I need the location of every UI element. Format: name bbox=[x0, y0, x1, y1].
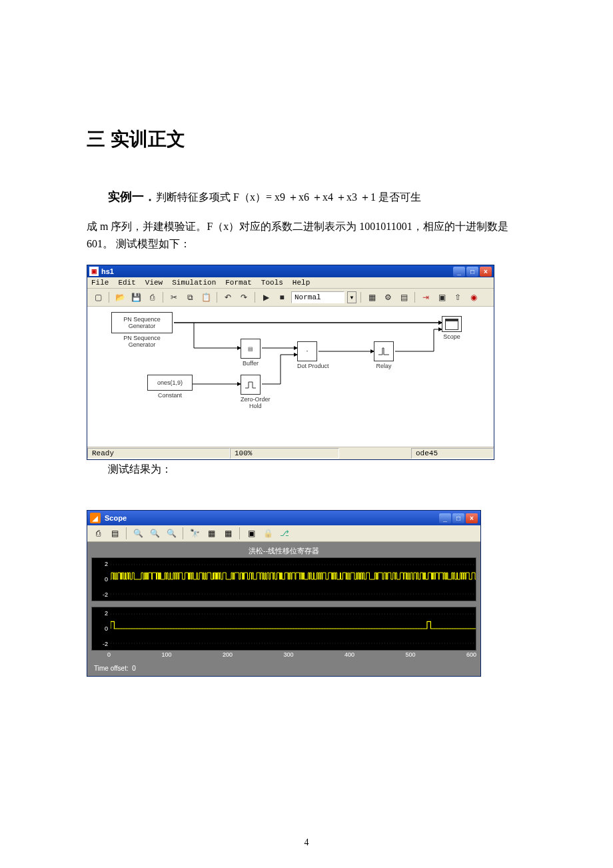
y-label: -2 bbox=[92, 591, 108, 598]
window-title: hs1 bbox=[101, 267, 453, 275]
build-icon[interactable]: ⇥ bbox=[419, 291, 432, 304]
autoscale-icon[interactable]: 🔭 bbox=[187, 526, 202, 541]
menu-file[interactable]: File bbox=[91, 279, 109, 287]
simulation-mode[interactable]: Normal bbox=[291, 291, 344, 303]
menu-tools[interactable]: Tools bbox=[261, 279, 283, 287]
titlebar[interactable]: ▣ hs1 _ □ × bbox=[87, 265, 494, 277]
paste-icon[interactable]: 📋 bbox=[199, 291, 213, 304]
zoom-y-icon[interactable]: 🔍 bbox=[164, 526, 179, 541]
x-label: 300 bbox=[283, 651, 293, 658]
plot1-svg bbox=[111, 558, 476, 601]
scope-title-text: Scope bbox=[105, 514, 127, 522]
x-label: 400 bbox=[344, 651, 354, 658]
pn-line1: PN Sequence bbox=[123, 316, 161, 323]
scope-app-icon: ◢ bbox=[90, 513, 101, 523]
menu-view[interactable]: View bbox=[145, 279, 163, 287]
plot-1: 洪松--线性移位寄存器 2 0 -2 bbox=[91, 546, 476, 601]
plot-2: 2 0 -2 0 100 200 300 40 bbox=[91, 607, 476, 658]
scope-block[interactable]: Scope bbox=[442, 316, 462, 340]
play-icon[interactable]: ▶ bbox=[259, 291, 273, 304]
pn-line2: Generator bbox=[129, 323, 156, 329]
new-icon[interactable]: ▢ bbox=[91, 291, 105, 304]
scope-minimize-button[interactable]: _ bbox=[439, 513, 451, 523]
status-ready: Ready bbox=[87, 448, 230, 459]
refresh-icon[interactable]: ▣ bbox=[435, 291, 448, 304]
menu-help[interactable]: Help bbox=[293, 279, 310, 287]
page-number: 4 bbox=[0, 837, 613, 848]
scope-body: 洪松--线性移位寄存器 2 0 -2 bbox=[87, 542, 480, 676]
y-label: -2 bbox=[92, 641, 108, 647]
zoh-label-2: Hold bbox=[241, 403, 271, 409]
model-explorer-icon[interactable]: ⚙ bbox=[381, 291, 394, 304]
zoom-in-icon[interactable]: 🔍 bbox=[131, 526, 145, 541]
relay-label: Relay bbox=[374, 363, 394, 369]
debug-icon[interactable]: ▤ bbox=[397, 291, 410, 304]
zoom-x-icon[interactable]: 🔍 bbox=[147, 526, 162, 541]
lib-icon[interactable]: ▦ bbox=[365, 291, 378, 304]
example-paragraph-2: 成 m 序列，并建模验证。F（x）对应的系数二进制表示为 1001011001，… bbox=[87, 218, 526, 253]
restore-axes-icon[interactable]: ▦ bbox=[221, 526, 235, 541]
menu-format[interactable]: Format bbox=[225, 279, 252, 287]
copy-icon[interactable]: ⧉ bbox=[183, 291, 197, 304]
buffer-label: Buffer bbox=[241, 360, 261, 367]
plot1-title: 洪松--线性移位寄存器 bbox=[91, 546, 476, 556]
params-icon[interactable]: ▤ bbox=[107, 526, 122, 541]
stop-icon[interactable]: ■ bbox=[275, 291, 289, 304]
constant-value: ones(1,9) bbox=[147, 375, 193, 391]
y-label: 0 bbox=[92, 625, 108, 632]
scope-maximize-button[interactable]: □ bbox=[452, 513, 464, 523]
minimize-button[interactable]: _ bbox=[453, 267, 465, 277]
status-solver: ode45 bbox=[411, 448, 494, 459]
simulink-window: ▣ hs1 _ □ × File Edit View Simulation Fo… bbox=[87, 265, 494, 460]
undo-icon[interactable]: ↶ bbox=[221, 291, 235, 304]
x-axis-labels: 0 100 200 300 400 500 600 bbox=[91, 651, 476, 658]
pn-label-1: PN Sequence bbox=[111, 335, 173, 341]
floating-icon[interactable]: ▣ bbox=[244, 526, 259, 541]
time-offset-label: Time offset: bbox=[94, 665, 129, 672]
menu-edit[interactable]: Edit bbox=[118, 279, 135, 287]
time-offset: Time offset: 0 bbox=[91, 663, 476, 675]
save-axes-icon[interactable]: ▦ bbox=[204, 526, 219, 541]
dot-product-block[interactable]: · Dot Product bbox=[297, 341, 329, 369]
print-icon[interactable]: ⎙ bbox=[91, 526, 105, 541]
toolbar: ▢ 📂 💾 ⎙ ✂ ⧉ 📋 ↶ ↷ ▶ ■ Normal ▼ ▦ ⚙ ▤ ⇥ ▣… bbox=[87, 289, 494, 307]
open-icon[interactable]: 📂 bbox=[113, 291, 127, 304]
signal-select-icon[interactable]: ⎇ bbox=[277, 526, 292, 541]
time-offset-value: 0 bbox=[132, 665, 136, 672]
zero-order-hold-block[interactable]: Zero-Order Hold bbox=[241, 375, 271, 409]
x-label: 600 bbox=[466, 651, 476, 658]
buffer-block[interactable]: ▤ Buffer bbox=[241, 339, 261, 367]
save-icon[interactable]: 💾 bbox=[129, 291, 143, 304]
plot2-svg bbox=[111, 607, 476, 650]
pn-sequence-generator-block[interactable]: PN Sequence Generator PN Sequence Genera… bbox=[111, 312, 173, 348]
cut-icon[interactable]: ✂ bbox=[167, 291, 181, 304]
print-icon[interactable]: ⎙ bbox=[145, 291, 159, 304]
x-label: 0 bbox=[107, 651, 111, 658]
y-label: 0 bbox=[92, 576, 108, 583]
scope-titlebar[interactable]: ◢ Scope _ □ × bbox=[87, 511, 480, 525]
y-label: 2 bbox=[92, 610, 108, 617]
up-icon[interactable]: ⇧ bbox=[451, 291, 464, 304]
scope-close-button[interactable]: × bbox=[466, 513, 478, 523]
menu-simulation[interactable]: Simulation bbox=[172, 279, 216, 287]
zoh-label-1: Zero-Order bbox=[241, 396, 271, 403]
mode-dropdown-icon[interactable]: ▼ bbox=[347, 291, 356, 303]
constant-block[interactable]: ones(1,9) Constant bbox=[147, 375, 193, 399]
lock-icon[interactable]: 🔒 bbox=[261, 526, 275, 541]
para-text-1: 判断特征多项式 F（x）= x9 ＋x6 ＋x4 ＋x3 ＋1 是否可生 bbox=[156, 191, 421, 203]
result-caption: 测试结果为： bbox=[87, 463, 526, 477]
maximize-button[interactable]: □ bbox=[466, 267, 478, 277]
constant-label: Constant bbox=[147, 392, 193, 399]
statusbar: Ready 100% ode45 bbox=[87, 447, 494, 459]
relay-block[interactable]: Relay bbox=[374, 341, 394, 369]
x-label: 200 bbox=[223, 651, 233, 658]
target-icon[interactable]: ◉ bbox=[467, 291, 480, 304]
close-button[interactable]: × bbox=[480, 267, 492, 277]
scope-toolbar: ⎙ ▤ 🔍 🔍 🔍 🔭 ▦ ▦ ▣ 🔒 ⎇ bbox=[87, 525, 480, 542]
dotproduct-glyph: · bbox=[297, 341, 317, 361]
model-canvas[interactable]: PN Sequence Generator PN Sequence Genera… bbox=[87, 307, 494, 447]
status-zoom: 100% bbox=[230, 448, 339, 459]
redo-icon[interactable]: ↷ bbox=[237, 291, 251, 304]
scope-label: Scope bbox=[442, 333, 462, 340]
menubar: File Edit View Simulation Format Tools H… bbox=[87, 277, 494, 289]
